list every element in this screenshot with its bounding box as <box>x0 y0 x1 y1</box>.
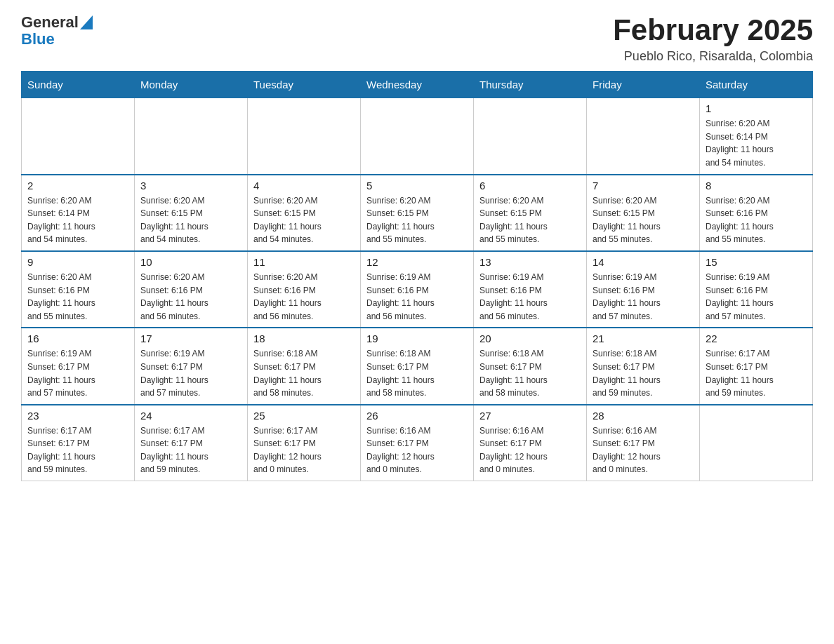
day-info: Sunrise: 6:16 AM Sunset: 6:17 PM Dayligh… <box>593 424 694 476</box>
table-row: 26Sunrise: 6:16 AM Sunset: 6:17 PM Dayli… <box>361 405 474 481</box>
day-number: 23 <box>27 410 128 422</box>
table-row <box>248 98 361 175</box>
table-row <box>474 98 587 175</box>
table-row: 6Sunrise: 6:20 AM Sunset: 6:15 PM Daylig… <box>474 175 587 251</box>
table-row: 2Sunrise: 6:20 AM Sunset: 6:14 PM Daylig… <box>22 175 135 251</box>
header-saturday: Saturday <box>700 72 813 98</box>
table-row: 1Sunrise: 6:20 AM Sunset: 6:14 PM Daylig… <box>700 98 813 175</box>
day-number: 9 <box>27 256 128 268</box>
day-number: 1 <box>706 102 807 114</box>
table-row: 28Sunrise: 6:16 AM Sunset: 6:17 PM Dayli… <box>587 405 700 481</box>
day-number: 14 <box>593 256 694 268</box>
day-info: Sunrise: 6:20 AM Sunset: 6:15 PM Dayligh… <box>253 194 355 246</box>
day-number: 3 <box>140 180 241 192</box>
day-info: Sunrise: 6:18 AM Sunset: 6:17 PM Dayligh… <box>479 347 581 399</box>
calendar-week-row: 23Sunrise: 6:17 AM Sunset: 6:17 PM Dayli… <box>22 405 813 481</box>
day-info: Sunrise: 6:20 AM Sunset: 6:14 PM Dayligh… <box>27 194 128 246</box>
header-thursday: Thursday <box>474 72 587 98</box>
day-info: Sunrise: 6:20 AM Sunset: 6:15 PM Dayligh… <box>366 194 468 246</box>
day-info: Sunrise: 6:19 AM Sunset: 6:16 PM Dayligh… <box>593 271 694 323</box>
day-info: Sunrise: 6:18 AM Sunset: 6:17 PM Dayligh… <box>593 347 694 399</box>
day-info: Sunrise: 6:20 AM Sunset: 6:16 PM Dayligh… <box>140 271 241 323</box>
table-row: 18Sunrise: 6:18 AM Sunset: 6:17 PM Dayli… <box>248 328 361 404</box>
day-number: 21 <box>593 333 694 344</box>
day-info: Sunrise: 6:16 AM Sunset: 6:17 PM Dayligh… <box>479 424 581 476</box>
day-number: 16 <box>27 333 128 344</box>
table-row: 13Sunrise: 6:19 AM Sunset: 6:16 PM Dayli… <box>474 251 587 328</box>
table-row: 27Sunrise: 6:16 AM Sunset: 6:17 PM Dayli… <box>474 405 587 481</box>
logo: General Blue <box>21 14 93 48</box>
day-number: 4 <box>253 180 355 192</box>
day-info: Sunrise: 6:17 AM Sunset: 6:17 PM Dayligh… <box>27 424 128 476</box>
day-info: Sunrise: 6:17 AM Sunset: 6:17 PM Dayligh… <box>706 347 807 399</box>
weekday-header-row: Sunday Monday Tuesday Wednesday Thursday… <box>22 72 813 98</box>
table-row: 9Sunrise: 6:20 AM Sunset: 6:16 PM Daylig… <box>22 251 135 328</box>
table-row: 14Sunrise: 6:19 AM Sunset: 6:16 PM Dayli… <box>587 251 700 328</box>
page-header: General Blue February 2025 Pueblo Rico, … <box>21 14 813 64</box>
table-row: 22Sunrise: 6:17 AM Sunset: 6:17 PM Dayli… <box>700 328 813 404</box>
calendar-week-row: 2Sunrise: 6:20 AM Sunset: 6:14 PM Daylig… <box>22 175 813 251</box>
table-row: 15Sunrise: 6:19 AM Sunset: 6:16 PM Dayli… <box>700 251 813 328</box>
day-number: 13 <box>479 256 581 268</box>
table-row: 23Sunrise: 6:17 AM Sunset: 6:17 PM Dayli… <box>22 405 135 481</box>
title-section: February 2025 Pueblo Rico, Risaralda, Co… <box>613 14 813 64</box>
table-row: 17Sunrise: 6:19 AM Sunset: 6:17 PM Dayli… <box>135 328 248 404</box>
day-info: Sunrise: 6:20 AM Sunset: 6:15 PM Dayligh… <box>479 194 581 246</box>
table-row <box>22 98 135 175</box>
day-info: Sunrise: 6:18 AM Sunset: 6:17 PM Dayligh… <box>366 347 468 399</box>
month-title: February 2025 <box>613 14 813 46</box>
day-number: 25 <box>253 410 355 422</box>
calendar-week-row: 1Sunrise: 6:20 AM Sunset: 6:14 PM Daylig… <box>22 98 813 175</box>
day-info: Sunrise: 6:20 AM Sunset: 6:14 PM Dayligh… <box>706 117 807 169</box>
table-row <box>361 98 474 175</box>
day-info: Sunrise: 6:19 AM Sunset: 6:17 PM Dayligh… <box>27 347 128 399</box>
table-row: 24Sunrise: 6:17 AM Sunset: 6:17 PM Dayli… <box>135 405 248 481</box>
table-row <box>587 98 700 175</box>
day-info: Sunrise: 6:20 AM Sunset: 6:16 PM Dayligh… <box>27 271 128 323</box>
day-number: 27 <box>479 410 581 422</box>
table-row: 25Sunrise: 6:17 AM Sunset: 6:17 PM Dayli… <box>248 405 361 481</box>
day-number: 10 <box>140 256 241 268</box>
day-info: Sunrise: 6:19 AM Sunset: 6:17 PM Dayligh… <box>140 347 241 399</box>
table-row <box>135 98 248 175</box>
header-tuesday: Tuesday <box>248 72 361 98</box>
day-number: 11 <box>253 256 355 268</box>
calendar-week-row: 9Sunrise: 6:20 AM Sunset: 6:16 PM Daylig… <box>22 251 813 328</box>
table-row: 11Sunrise: 6:20 AM Sunset: 6:16 PM Dayli… <box>248 251 361 328</box>
day-info: Sunrise: 6:19 AM Sunset: 6:16 PM Dayligh… <box>479 271 581 323</box>
day-number: 18 <box>253 333 355 344</box>
table-row: 4Sunrise: 6:20 AM Sunset: 6:15 PM Daylig… <box>248 175 361 251</box>
day-number: 28 <box>593 410 694 422</box>
table-row: 3Sunrise: 6:20 AM Sunset: 6:15 PM Daylig… <box>135 175 248 251</box>
day-info: Sunrise: 6:19 AM Sunset: 6:16 PM Dayligh… <box>366 271 468 323</box>
table-row: 7Sunrise: 6:20 AM Sunset: 6:15 PM Daylig… <box>587 175 700 251</box>
day-number: 5 <box>366 180 468 192</box>
table-row <box>700 405 813 481</box>
day-number: 2 <box>27 180 128 192</box>
table-row: 8Sunrise: 6:20 AM Sunset: 6:16 PM Daylig… <box>700 175 813 251</box>
table-row: 10Sunrise: 6:20 AM Sunset: 6:16 PM Dayli… <box>135 251 248 328</box>
day-number: 20 <box>479 333 581 344</box>
table-row: 20Sunrise: 6:18 AM Sunset: 6:17 PM Dayli… <box>474 328 587 404</box>
day-info: Sunrise: 6:20 AM Sunset: 6:15 PM Dayligh… <box>140 194 241 246</box>
day-number: 8 <box>706 180 807 192</box>
header-wednesday: Wednesday <box>361 72 474 98</box>
day-number: 15 <box>706 256 807 268</box>
day-number: 12 <box>366 256 468 268</box>
header-sunday: Sunday <box>22 72 135 98</box>
day-number: 17 <box>140 333 241 344</box>
table-row: 21Sunrise: 6:18 AM Sunset: 6:17 PM Dayli… <box>587 328 700 404</box>
header-friday: Friday <box>587 72 700 98</box>
header-monday: Monday <box>135 72 248 98</box>
day-info: Sunrise: 6:19 AM Sunset: 6:16 PM Dayligh… <box>706 271 807 323</box>
calendar-week-row: 16Sunrise: 6:19 AM Sunset: 6:17 PM Dayli… <box>22 328 813 404</box>
svg-marker-0 <box>80 15 93 29</box>
table-row: 16Sunrise: 6:19 AM Sunset: 6:17 PM Dayli… <box>22 328 135 404</box>
calendar-table: Sunday Monday Tuesday Wednesday Thursday… <box>21 71 813 481</box>
day-number: 6 <box>479 180 581 192</box>
day-number: 7 <box>593 180 694 192</box>
day-info: Sunrise: 6:20 AM Sunset: 6:15 PM Dayligh… <box>593 194 694 246</box>
day-number: 22 <box>706 333 807 344</box>
day-info: Sunrise: 6:16 AM Sunset: 6:17 PM Dayligh… <box>366 424 468 476</box>
day-number: 24 <box>140 410 241 422</box>
